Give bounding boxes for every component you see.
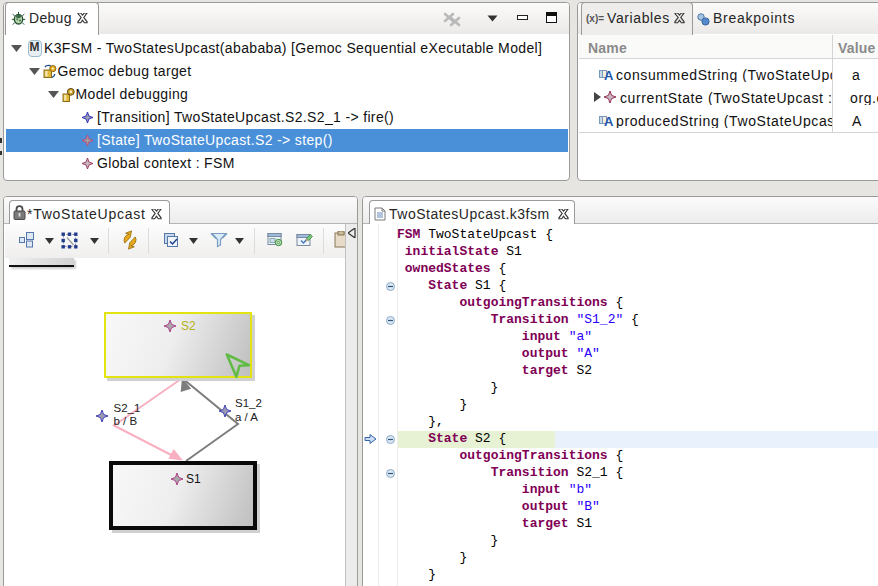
svg-text:A: A: [604, 68, 614, 82]
svg-text:A: A: [604, 114, 614, 128]
